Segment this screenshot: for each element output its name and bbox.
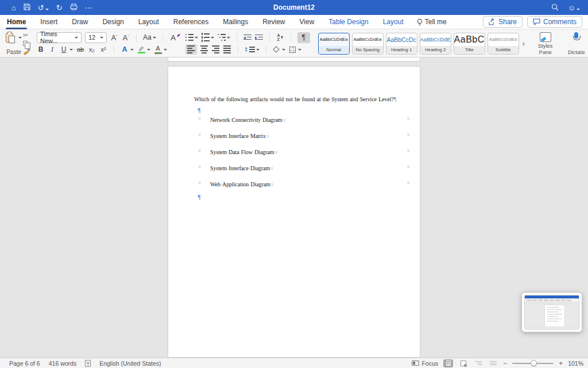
tab-view[interactable]: View — [299, 16, 316, 28]
tab-mailings[interactable]: Mailings — [222, 16, 249, 28]
question-text[interactable]: Which·of·the·following·artifacts·would·n… — [194, 96, 396, 102]
comment-icon — [533, 18, 540, 25]
tab-references[interactable]: References — [172, 16, 210, 28]
option-row[interactable]: ¤ Network·Connectivity·Diagram¤ ¤ — [168, 116, 420, 124]
option-row[interactable]: ¤ System·Data·Flow·Diagram¤ ¤ — [168, 148, 420, 156]
spell-check-icon[interactable]: x — [85, 360, 91, 367]
row-end-mark: ¤ — [407, 147, 409, 155]
tab-table-design[interactable]: Table Design — [327, 16, 369, 28]
style-heading-1[interactable]: AaBbCcDc Heading 1 — [386, 33, 417, 55]
chevron-down-icon — [577, 9, 580, 10]
align-center-button[interactable] — [200, 45, 208, 53]
more-styles-button[interactable]: › — [521, 40, 526, 48]
cell-mark: ¤ — [283, 117, 285, 123]
font-color-button[interactable]: A — [154, 45, 162, 54]
styles-gallery: AaBbCcDdEe Normal AaBbCcDdEe No Spacing … — [317, 31, 527, 56]
bullets-button[interactable] — [185, 34, 194, 41]
underline-button[interactable]: U — [60, 45, 68, 53]
justify-button[interactable] — [223, 45, 231, 53]
subscript-button[interactable]: x₂ — [88, 46, 96, 53]
option-row[interactable]: ¤ System·Interface·Diagram¤ ¤ — [168, 164, 420, 172]
tab-review[interactable]: Review — [261, 16, 286, 28]
superscript-button[interactable]: x² — [99, 46, 107, 53]
align-right-button[interactable] — [212, 45, 220, 53]
pilcrow-mark: ¶ — [198, 107, 200, 113]
change-case-button[interactable]: Aa — [143, 33, 156, 41]
tab-draw[interactable]: Draw — [71, 16, 89, 28]
document-page[interactable]: Which·of·the·following·artifacts·would·n… — [168, 66, 420, 358]
chevron-down-icon — [164, 49, 167, 51]
styles-pane-button[interactable]: Styles Pane — [533, 31, 558, 56]
title-bar: ⌂ ↺ ↻ ⋯ Document12 ☺ — [0, 0, 588, 15]
tab-design[interactable]: Design — [101, 16, 125, 28]
cut-icon[interactable]: ✂ — [23, 32, 30, 39]
chevron-down-icon — [69, 49, 73, 51]
style-normal[interactable]: AaBbCcDdEe Normal — [318, 33, 350, 55]
numbering-button[interactable] — [202, 33, 210, 42]
search-icon[interactable] — [551, 3, 559, 12]
zoom-in-button[interactable]: + — [559, 359, 563, 367]
bold-button[interactable]: B — [37, 45, 45, 53]
page-indicator[interactable]: Page 6 of 6 — [9, 360, 40, 367]
tab-home[interactable]: Home — [6, 16, 27, 28]
option-row[interactable]: ¤ Web·Application·Diagram¤ ¤ — [168, 181, 420, 189]
language-indicator[interactable]: English (United States) — [99, 360, 161, 367]
tab-insert[interactable]: Insert — [39, 16, 59, 28]
tab-table-layout[interactable]: Layout — [382, 16, 405, 28]
style-no-spacing[interactable]: AaBbCcDdEe No Spacing — [352, 33, 384, 55]
share-button[interactable]: Share — [483, 16, 523, 28]
style-title[interactable]: AaBbC Title — [454, 33, 485, 55]
style-heading-2[interactable]: AaBbCcDdE Heading 2 — [420, 33, 451, 55]
cell-mark: ¤ — [198, 163, 200, 171]
account-feedback-icon[interactable]: ☺ — [568, 4, 580, 12]
paste-button[interactable]: Paste — [5, 31, 23, 56]
zoom-level[interactable]: 101% — [568, 360, 583, 367]
screenshot-thumbnail[interactable] — [521, 292, 582, 332]
web-layout-view-button[interactable] — [458, 359, 468, 367]
word-count[interactable]: 416 words — [49, 360, 76, 367]
zoom-out-button[interactable]: − — [503, 359, 507, 367]
tab-layout[interactable]: Layout — [137, 16, 160, 28]
option-row[interactable]: ¤ System·Interface·Matrix¤ ¤ — [168, 132, 420, 140]
comments-button[interactable]: Comments — [527, 16, 582, 28]
chevron-down-icon — [147, 49, 150, 51]
text-effects-button[interactable]: A — [121, 45, 129, 53]
italic-button[interactable]: I — [48, 45, 56, 54]
shrink-font-button[interactable]: Aˇ — [122, 33, 130, 42]
borders-button[interactable] — [289, 47, 297, 53]
zoom-slider-knob[interactable] — [531, 360, 537, 366]
zoom-slider[interactable] — [512, 363, 554, 364]
shading-button[interactable] — [273, 47, 281, 52]
chevron-down-icon — [282, 49, 285, 51]
document-canvas[interactable]: Which·of·the·following·artifacts·would·n… — [0, 57, 588, 358]
chevron-down-icon — [130, 49, 134, 51]
show-formatting-marks-button[interactable]: ¶ — [297, 32, 310, 43]
highlight-button[interactable] — [137, 46, 145, 53]
chevron-down-icon — [298, 49, 301, 51]
dictate-button[interactable]: Dictate — [564, 31, 588, 56]
clear-formatting-button[interactable]: A — [169, 33, 177, 42]
chevron-down-icon — [18, 37, 22, 39]
sort-button[interactable]: AZ — [276, 33, 284, 41]
increase-indent-button[interactable] — [255, 34, 263, 41]
cell-mark: ¤ — [271, 182, 273, 187]
copy-icon[interactable] — [23, 40, 30, 47]
tell-me-button[interactable]: Tell me — [417, 18, 447, 26]
ribbon: Paste ✂ Times New... 12 Aˆ Aˇ Aa A B I U… — [0, 29, 588, 57]
row-end-mark: ¤ — [407, 114, 409, 122]
format-painter-icon[interactable] — [23, 48, 30, 55]
outline-view-button[interactable] — [473, 359, 483, 367]
line-spacing-button[interactable]: ▲▼ — [245, 47, 255, 53]
strikethrough-button[interactable]: ab — [76, 46, 84, 53]
decrease-indent-button[interactable] — [243, 34, 252, 41]
draft-view-button[interactable] — [488, 359, 498, 367]
font-size-select[interactable]: 12 — [85, 32, 107, 43]
align-left-button[interactable] — [185, 44, 197, 55]
font-name-select[interactable]: Times New... — [37, 32, 82, 43]
grow-font-button[interactable]: Aˆ — [110, 33, 118, 42]
print-layout-view-button[interactable] — [443, 359, 453, 367]
multilevel-list-button[interactable] — [218, 34, 226, 41]
focus-toggle[interactable]: Focus — [412, 360, 439, 367]
style-subtitle[interactable]: AaBbCcDdEe Subtitle — [488, 33, 519, 55]
microphone-icon — [573, 32, 579, 41]
